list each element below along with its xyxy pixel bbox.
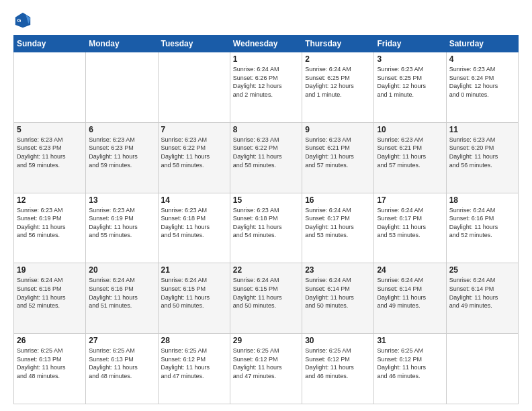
day-cell: 16Sunrise: 6:24 AM Sunset: 6:17 PM Dayli… [302, 193, 374, 263]
day-info: Sunrise: 6:24 AM Sunset: 6:14 PM Dayligh… [449, 276, 515, 310]
day-info: Sunrise: 6:23 AM Sunset: 6:21 PM Dayligh… [305, 136, 371, 169]
day-number: 19 [17, 265, 83, 275]
day-info: Sunrise: 6:23 AM Sunset: 6:18 PM Dayligh… [161, 206, 227, 240]
week-row-4: 26Sunrise: 6:25 AM Sunset: 6:13 PM Dayli… [14, 334, 519, 404]
week-row-1: 5Sunrise: 6:23 AM Sunset: 6:23 PM Daylig… [14, 122, 519, 193]
day-cell: 21Sunrise: 6:24 AM Sunset: 6:15 PM Dayli… [158, 263, 230, 334]
day-info: Sunrise: 6:25 AM Sunset: 6:12 PM Dayligh… [377, 347, 443, 380]
day-info: Sunrise: 6:24 AM Sunset: 6:17 PM Dayligh… [377, 206, 443, 240]
day-number: 18 [449, 195, 515, 205]
day-number: 16 [305, 195, 371, 205]
day-number: 31 [377, 336, 443, 345]
day-cell: 26Sunrise: 6:25 AM Sunset: 6:13 PM Dayli… [14, 334, 86, 404]
day-cell: 17Sunrise: 6:24 AM Sunset: 6:17 PM Dayli… [374, 193, 446, 263]
day-info: Sunrise: 6:23 AM Sunset: 6:20 PM Dayligh… [449, 136, 515, 169]
day-info: Sunrise: 6:24 AM Sunset: 6:14 PM Dayligh… [377, 276, 443, 310]
header: G [13, 11, 519, 30]
day-info: Sunrise: 6:23 AM Sunset: 6:23 PM Dayligh… [89, 136, 154, 169]
logo-icon: G [13, 11, 32, 30]
day-number: 26 [17, 336, 83, 345]
day-cell: 14Sunrise: 6:23 AM Sunset: 6:18 PM Dayli… [158, 193, 230, 263]
day-info: Sunrise: 6:23 AM Sunset: 6:19 PM Dayligh… [17, 206, 83, 240]
day-cell: 7Sunrise: 6:23 AM Sunset: 6:22 PM Daylig… [158, 122, 230, 193]
week-row-2: 12Sunrise: 6:23 AM Sunset: 6:19 PM Dayli… [14, 193, 519, 263]
day-number: 11 [449, 125, 515, 134]
day-number: 13 [89, 195, 154, 205]
weekday-header-friday: Friday [374, 36, 446, 52]
day-cell: 18Sunrise: 6:24 AM Sunset: 6:16 PM Dayli… [446, 193, 518, 263]
week-row-3: 19Sunrise: 6:24 AM Sunset: 6:16 PM Dayli… [14, 263, 519, 334]
day-number: 15 [233, 195, 299, 205]
day-info: Sunrise: 6:25 AM Sunset: 6:12 PM Dayligh… [305, 347, 371, 380]
day-number: 25 [449, 265, 515, 275]
weekday-header-thursday: Thursday [302, 36, 374, 52]
day-info: Sunrise: 6:25 AM Sunset: 6:13 PM Dayligh… [89, 347, 154, 380]
day-info: Sunrise: 6:23 AM Sunset: 6:19 PM Dayligh… [89, 206, 154, 240]
day-info: Sunrise: 6:24 AM Sunset: 6:25 PM Dayligh… [305, 65, 371, 99]
weekday-header-monday: Monday [86, 36, 158, 52]
day-cell [86, 52, 158, 123]
day-number: 8 [233, 125, 299, 134]
day-cell: 3Sunrise: 6:23 AM Sunset: 6:25 PM Daylig… [374, 52, 446, 123]
day-cell: 13Sunrise: 6:23 AM Sunset: 6:19 PM Dayli… [86, 193, 158, 263]
day-number: 4 [449, 54, 515, 64]
day-number: 30 [305, 336, 371, 345]
day-number: 17 [377, 195, 443, 205]
day-cell: 28Sunrise: 6:25 AM Sunset: 6:12 PM Dayli… [158, 334, 230, 404]
day-cell: 30Sunrise: 6:25 AM Sunset: 6:12 PM Dayli… [302, 334, 374, 404]
day-cell [14, 52, 86, 123]
day-cell: 29Sunrise: 6:25 AM Sunset: 6:12 PM Dayli… [230, 334, 302, 404]
day-info: Sunrise: 6:25 AM Sunset: 6:13 PM Dayligh… [17, 347, 83, 380]
day-cell: 11Sunrise: 6:23 AM Sunset: 6:20 PM Dayli… [446, 122, 518, 193]
day-info: Sunrise: 6:24 AM Sunset: 6:15 PM Dayligh… [161, 276, 227, 310]
day-number: 20 [89, 265, 154, 275]
weekday-header-saturday: Saturday [446, 36, 518, 52]
day-cell: 10Sunrise: 6:23 AM Sunset: 6:21 PM Dayli… [374, 122, 446, 193]
day-info: Sunrise: 6:23 AM Sunset: 6:24 PM Dayligh… [449, 65, 515, 99]
day-number: 22 [233, 265, 299, 275]
day-cell: 2Sunrise: 6:24 AM Sunset: 6:25 PM Daylig… [302, 52, 374, 123]
day-number: 21 [161, 265, 227, 275]
day-info: Sunrise: 6:23 AM Sunset: 6:22 PM Dayligh… [161, 136, 227, 169]
day-cell: 19Sunrise: 6:24 AM Sunset: 6:16 PM Dayli… [14, 263, 86, 334]
day-number: 29 [233, 336, 299, 345]
day-info: Sunrise: 6:24 AM Sunset: 6:14 PM Dayligh… [305, 276, 371, 310]
day-info: Sunrise: 6:25 AM Sunset: 6:12 PM Dayligh… [161, 347, 227, 380]
day-info: Sunrise: 6:23 AM Sunset: 6:18 PM Dayligh… [233, 206, 299, 240]
day-cell: 6Sunrise: 6:23 AM Sunset: 6:23 PM Daylig… [86, 122, 158, 193]
weekday-header-tuesday: Tuesday [158, 36, 230, 52]
day-cell: 5Sunrise: 6:23 AM Sunset: 6:23 PM Daylig… [14, 122, 86, 193]
day-cell [446, 334, 518, 404]
day-cell: 22Sunrise: 6:24 AM Sunset: 6:15 PM Dayli… [230, 263, 302, 334]
day-number: 14 [161, 195, 227, 205]
day-info: Sunrise: 6:24 AM Sunset: 6:16 PM Dayligh… [17, 276, 83, 310]
day-number: 9 [305, 125, 371, 134]
day-number: 3 [377, 54, 443, 64]
day-cell: 31Sunrise: 6:25 AM Sunset: 6:12 PM Dayli… [374, 334, 446, 404]
day-info: Sunrise: 6:25 AM Sunset: 6:12 PM Dayligh… [233, 347, 299, 380]
day-cell: 25Sunrise: 6:24 AM Sunset: 6:14 PM Dayli… [446, 263, 518, 334]
day-number: 5 [17, 125, 83, 134]
day-cell [158, 52, 230, 123]
day-number: 7 [161, 125, 227, 134]
day-cell: 8Sunrise: 6:23 AM Sunset: 6:22 PM Daylig… [230, 122, 302, 193]
day-info: Sunrise: 6:24 AM Sunset: 6:17 PM Dayligh… [305, 206, 371, 240]
day-number: 12 [17, 195, 83, 205]
day-number: 1 [233, 54, 299, 64]
weekday-header-sunday: Sunday [14, 36, 86, 52]
day-info: Sunrise: 6:23 AM Sunset: 6:25 PM Dayligh… [377, 65, 443, 99]
day-cell: 9Sunrise: 6:23 AM Sunset: 6:21 PM Daylig… [302, 122, 374, 193]
week-row-0: 1Sunrise: 6:24 AM Sunset: 6:26 PM Daylig… [14, 52, 519, 123]
day-info: Sunrise: 6:23 AM Sunset: 6:22 PM Dayligh… [233, 136, 299, 169]
day-number: 28 [161, 336, 227, 345]
svg-text:G: G [17, 17, 21, 24]
day-number: 2 [305, 54, 371, 64]
day-number: 27 [89, 336, 154, 345]
logo: G [13, 11, 35, 30]
day-number: 6 [89, 125, 154, 134]
day-cell: 23Sunrise: 6:24 AM Sunset: 6:14 PM Dayli… [302, 263, 374, 334]
day-info: Sunrise: 6:23 AM Sunset: 6:21 PM Dayligh… [377, 136, 443, 169]
day-info: Sunrise: 6:24 AM Sunset: 6:16 PM Dayligh… [89, 276, 154, 310]
day-cell: 24Sunrise: 6:24 AM Sunset: 6:14 PM Dayli… [374, 263, 446, 334]
day-cell: 4Sunrise: 6:23 AM Sunset: 6:24 PM Daylig… [446, 52, 518, 123]
